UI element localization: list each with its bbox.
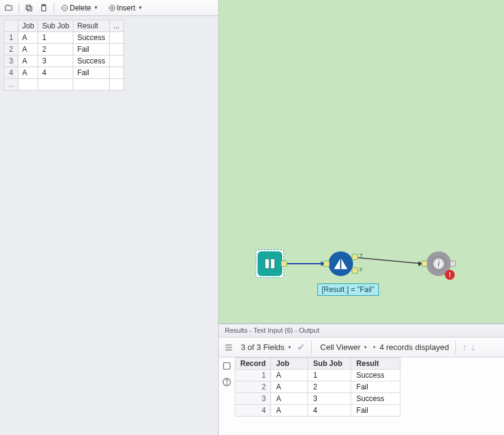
svg-text:i: i xyxy=(437,258,440,268)
true-port[interactable] xyxy=(352,254,358,260)
cell-viewer-label: Cell Viewer xyxy=(320,343,361,352)
results-toolbar: 3 of 3 Fields ▾ ✔ Cell Viewer ▾ • 4 reco… xyxy=(219,338,504,357)
chevron-down-icon: ▼ xyxy=(94,5,99,10)
table-row[interactable]: 1 A 1 Success xyxy=(235,370,400,381)
svg-rect-0 xyxy=(28,6,32,10)
col-header[interactable]: Job xyxy=(18,20,38,32)
table-row[interactable]: 4 A 4 Fail xyxy=(235,405,400,417)
svg-point-22 xyxy=(226,384,227,384)
table-row[interactable]: 4 A 4 Fail xyxy=(4,67,124,79)
svg-rect-20 xyxy=(224,363,230,370)
results-title: Results - Text Input (6) - Output xyxy=(219,324,504,338)
table-row[interactable]: 3 A 3 Success xyxy=(235,393,400,405)
chevron-down-icon: ▾ xyxy=(364,344,367,350)
apply-check-icon[interactable]: ✔ xyxy=(297,341,305,353)
input-data-grid[interactable]: Job Sub Job Result ... 1 A 1 Success xyxy=(4,20,124,91)
delete-button[interactable]: Delete ▼ xyxy=(58,1,103,15)
output-port[interactable] xyxy=(450,261,456,267)
workflow-canvas[interactable]: T F i ! [Result ] = "Fail" xyxy=(219,0,504,324)
false-port[interactable] xyxy=(352,267,358,274)
svg-line-11 xyxy=(356,258,423,264)
false-port-label: F xyxy=(360,267,364,273)
node-browse[interactable]: i ! xyxy=(425,250,453,278)
input-port[interactable] xyxy=(323,261,330,267)
input-port[interactable] xyxy=(421,261,428,267)
col-header[interactable]: Result xyxy=(351,358,400,370)
results-side-strip xyxy=(219,357,235,435)
chevron-down-icon: ▾ xyxy=(288,344,291,350)
table-row[interactable]: 3 A 3 Success xyxy=(4,55,124,67)
config-panel: Delete ▼ Insert ▼ Job Sub Job Result ... xyxy=(0,0,219,435)
table-row[interactable]: 2 A 2 Fail xyxy=(235,381,400,393)
svg-rect-1 xyxy=(26,5,30,9)
error-badge-icon: ! xyxy=(445,270,455,280)
col-header-extra[interactable]: ... xyxy=(109,20,123,32)
records-count-label: 4 records displayed xyxy=(380,343,449,352)
paste-icon[interactable] xyxy=(38,2,50,14)
node-text-input[interactable] xyxy=(256,250,284,278)
insert-button[interactable]: Insert ▼ xyxy=(105,1,147,15)
results-data-grid[interactable]: Record Job Sub Job Result 1 A 1 xyxy=(235,357,400,417)
true-port-label: T xyxy=(360,253,364,259)
results-panel: Results - Text Input (6) - Output 3 of 3… xyxy=(219,324,504,435)
insert-label: Insert xyxy=(117,4,136,12)
node-filter[interactable]: T F xyxy=(327,250,355,278)
table-row[interactable]: 1 A 1 Success xyxy=(4,32,124,44)
prev-page-icon[interactable]: ↑ xyxy=(462,342,467,353)
filter-expression-annotation[interactable]: [Result ] = "Fail" xyxy=(317,283,379,296)
layout-toggle-icon[interactable] xyxy=(222,341,235,354)
table-row[interactable]: 2 A 2 Fail xyxy=(4,44,124,55)
next-page-icon[interactable]: ↓ xyxy=(471,342,476,353)
table-row-empty[interactable]: ... xyxy=(4,79,124,91)
col-header[interactable]: Sub Job xyxy=(308,358,351,370)
metadata-view-icon[interactable] xyxy=(221,360,233,372)
col-header[interactable]: Job xyxy=(271,358,308,370)
fields-selector[interactable]: 3 of 3 Fields ▾ xyxy=(238,340,293,355)
delete-label: Delete xyxy=(70,4,91,12)
fields-label: 3 of 3 Fields xyxy=(241,343,285,352)
copy-icon[interactable] xyxy=(23,2,35,14)
col-header[interactable]: Record xyxy=(235,358,271,370)
chevron-down-icon: ▼ xyxy=(138,5,143,10)
open-icon[interactable] xyxy=(2,2,15,14)
col-header[interactable]: Result xyxy=(73,20,109,32)
cell-viewer-selector[interactable]: Cell Viewer ▾ xyxy=(318,340,370,355)
col-header[interactable]: Sub Job xyxy=(38,20,73,32)
output-port[interactable] xyxy=(281,261,287,267)
config-toolbar: Delete ▼ Insert ▼ xyxy=(0,0,218,16)
help-icon[interactable] xyxy=(221,376,233,388)
